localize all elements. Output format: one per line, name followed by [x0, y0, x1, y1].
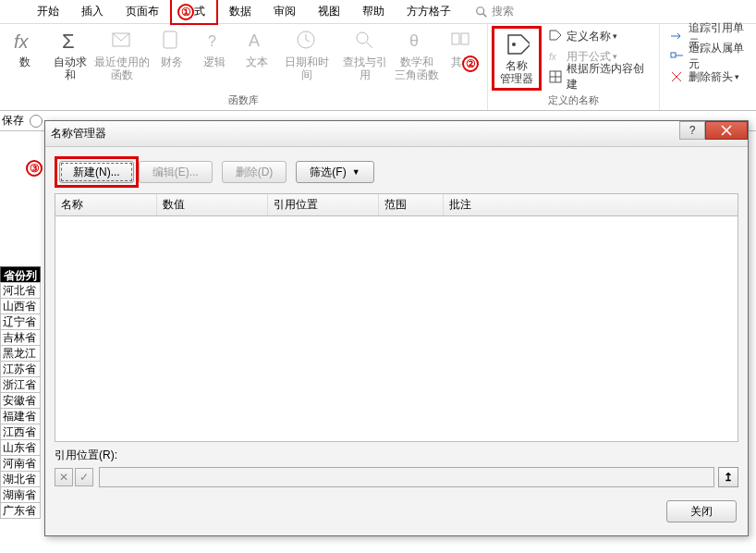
- search-label: 搜索: [492, 4, 514, 19]
- insert-function-button[interactable]: fx 数: [4, 26, 46, 70]
- cell[interactable]: 安徽省: [0, 392, 41, 409]
- tag-small-icon: [548, 29, 563, 43]
- trace-dep-icon: [670, 49, 685, 64]
- cell[interactable]: 河北省: [0, 282, 41, 299]
- remove-arrows-button[interactable]: 删除箭头▾: [667, 67, 742, 87]
- dialog-toolbar: 新建(N)... 编辑(E)... 删除(D) 筛选(F)▼: [45, 147, 748, 193]
- accept-button[interactable]: ✕: [55, 468, 73, 486]
- more-icon: [449, 28, 475, 54]
- remove-arrows-icon: [670, 69, 685, 84]
- cell[interactable]: 广东省: [0, 502, 41, 519]
- cell[interactable]: 湖南省: [0, 486, 41, 503]
- tab-start[interactable]: 开始: [26, 0, 70, 23]
- close-icon: [721, 125, 732, 136]
- svg-line-1: [483, 13, 487, 17]
- cell[interactable]: 湖北省: [0, 471, 41, 487]
- fx-small-icon: fx: [548, 49, 563, 64]
- ribbon-tabs: 开始 插入 页面布 公式 数据 审阅 视图 帮助 方方格子 搜索: [0, 0, 756, 24]
- arrow-up-icon: ↥: [724, 471, 733, 484]
- cell[interactable]: 江苏省: [0, 361, 41, 377]
- new-button[interactable]: 新建(N)...: [59, 161, 134, 183]
- range-picker-button[interactable]: ↥: [718, 467, 738, 487]
- text-button[interactable]: A 文本: [236, 26, 278, 70]
- create-from-selection-button[interactable]: 根据所选内容创建: [545, 67, 655, 87]
- tab-layout[interactable]: 页面布: [115, 0, 170, 23]
- tab-addon[interactable]: 方方格子: [396, 0, 462, 23]
- col-name[interactable]: 名称: [55, 194, 157, 215]
- dialog-close-button[interactable]: [705, 121, 748, 140]
- cell[interactable]: 江西省: [0, 424, 41, 440]
- finance-icon: [159, 28, 185, 54]
- financial-button[interactable]: 财务: [151, 26, 193, 70]
- define-name-button[interactable]: 定义名称▾: [545, 26, 655, 46]
- col-scope[interactable]: 范围: [379, 194, 444, 215]
- lookup-button[interactable]: 查找与引用: [336, 26, 394, 83]
- theta-icon: θ: [404, 28, 430, 54]
- tag-icon: [504, 31, 530, 57]
- close-button[interactable]: 关闭: [666, 500, 737, 522]
- new-button-highlight: 新建(N)...: [55, 156, 139, 188]
- text-icon: A: [244, 28, 270, 54]
- tab-insert[interactable]: 插入: [70, 0, 115, 23]
- save-label: 保存: [2, 113, 24, 129]
- col-comment[interactable]: 批注: [444, 194, 738, 215]
- svg-rect-5: [164, 31, 177, 48]
- grid-body[interactable]: [55, 216, 738, 442]
- cell[interactable]: 山西省: [0, 298, 41, 314]
- autosum-button[interactable]: Σ 自动求和: [46, 26, 93, 83]
- dialog-title: 名称管理器: [51, 126, 106, 141]
- dialog-help-button[interactable]: ?: [679, 121, 705, 140]
- cell[interactable]: 福建省: [0, 408, 41, 424]
- logical-button[interactable]: ? 逻辑: [193, 26, 236, 70]
- delete-button[interactable]: 删除(D): [222, 161, 287, 183]
- refers-to-label: 引用位置(R):: [55, 449, 117, 461]
- refers-to-input[interactable]: [99, 467, 714, 487]
- marker-2: ②: [462, 55, 479, 72]
- help-icon: ?: [689, 124, 696, 137]
- tab-data[interactable]: 数据: [218, 0, 262, 23]
- svg-text:Σ: Σ: [62, 30, 75, 53]
- edit-button[interactable]: 编辑(E)...: [139, 161, 213, 183]
- svg-line-10: [367, 43, 372, 48]
- datetime-button[interactable]: 日期和时间: [278, 26, 335, 83]
- filter-button[interactable]: 筛选(F)▼: [296, 161, 373, 183]
- svg-text:A: A: [249, 31, 260, 50]
- marker-3: ③: [26, 160, 43, 177]
- name-manager-dialog: 名称管理器 ? 新建(N)... 编辑(E)... 删除(D) 筛选(F)▼ 名…: [44, 120, 749, 536]
- clock-icon: [294, 28, 320, 54]
- name-manager-button[interactable]: 名称 管理器: [495, 30, 538, 87]
- col-value[interactable]: 数值: [157, 194, 268, 215]
- cell[interactable]: 黑龙江: [0, 345, 41, 362]
- svg-rect-13: [461, 33, 469, 44]
- cell[interactable]: 辽宁省: [0, 313, 41, 330]
- grid-small-icon: [548, 69, 563, 84]
- x-icon: ✕: [59, 471, 68, 484]
- svg-rect-12: [452, 33, 459, 44]
- cancel-edit-button[interactable]: ✓: [75, 468, 93, 486]
- sheet-column: 省份列 河北省山西省辽宁省吉林省黑龙江江苏省浙江省安徽省福建省江西省山东省河南省…: [0, 133, 41, 519]
- fx-icon: fx: [12, 28, 38, 54]
- search-icon: [475, 6, 488, 18]
- grid-header: 名称 数值 引用位置 范围 批注: [55, 193, 738, 216]
- tab-help[interactable]: 帮助: [351, 0, 396, 23]
- svg-rect-19: [671, 53, 676, 57]
- tab-view[interactable]: 视图: [307, 0, 351, 23]
- marker-1: ①: [177, 4, 194, 20]
- svg-text:fx: fx: [14, 31, 30, 52]
- trace-dependents-button[interactable]: 追踪从属单元: [667, 46, 752, 67]
- svg-text:?: ?: [208, 33, 216, 49]
- cell[interactable]: 浙江省: [0, 376, 41, 393]
- cell[interactable]: 河南省: [0, 455, 41, 472]
- cell[interactable]: 吉林省: [0, 329, 41, 346]
- search-box[interactable]: 搜索: [475, 4, 514, 19]
- column-header[interactable]: 省份列: [0, 266, 41, 283]
- radio-icon[interactable]: [30, 115, 43, 128]
- math-button[interactable]: θ 数学和 三角函数: [394, 26, 441, 83]
- dialog-titlebar[interactable]: 名称管理器 ?: [45, 121, 748, 147]
- cell[interactable]: 山东省: [0, 439, 41, 456]
- tab-review[interactable]: 审阅: [262, 0, 307, 23]
- recent-functions-button[interactable]: 最近使用的 函数: [93, 26, 151, 83]
- svg-text:fx: fx: [549, 52, 557, 62]
- trace-prec-icon: [670, 29, 685, 43]
- col-refers[interactable]: 引用位置: [268, 194, 379, 215]
